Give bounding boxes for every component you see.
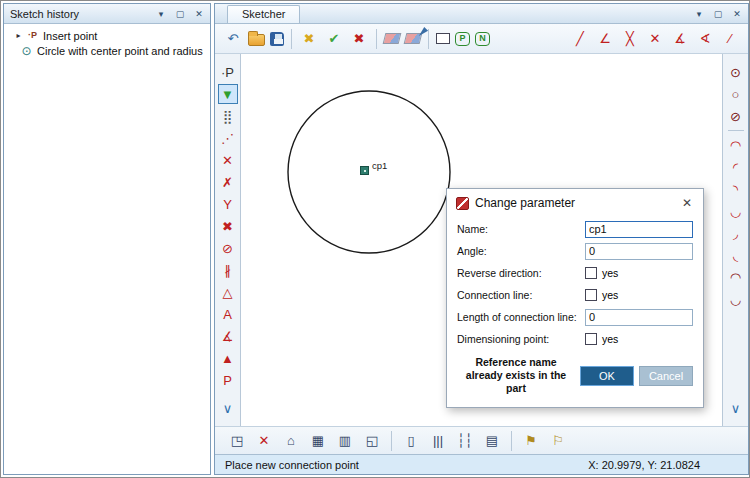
zoom-delete-icon[interactable]: ✕ — [254, 431, 274, 451]
arc-corner2-icon[interactable]: ◟ — [726, 245, 746, 265]
zoom-window-icon[interactable]: ◳ — [227, 431, 247, 451]
open-file-icon[interactable] — [248, 34, 265, 46]
dimensioning-point-row: Dimensioning point: yes — [447, 328, 703, 350]
name-input[interactable] — [585, 221, 693, 238]
line-free-tool-icon[interactable]: ∕ — [720, 29, 740, 49]
status-bar: Place new connection point X: 20.9979, Y… — [215, 454, 748, 474]
cross-marks-icon[interactable]: ✗ — [218, 172, 238, 192]
tree-item-label: Circle with center point and radius — [37, 45, 203, 57]
dialog-titlebar: Change parameter ✕ — [447, 189, 703, 216]
connection-line-checkbox[interactable] — [585, 289, 597, 301]
sketcher-window: Sketcher ▾ ▢ ✕ ↶✖✔✖PN╱∠╳✕∡∢∕ ·P▼⣿⋰✕✗Y✖⊘∦… — [214, 3, 749, 475]
line-angle-tool-icon[interactable]: ∠ — [595, 29, 615, 49]
connection-length-input[interactable] — [585, 309, 693, 326]
reverse-direction-checkbox[interactable] — [585, 267, 597, 279]
angle-input[interactable] — [585, 243, 693, 260]
connection-point-marker[interactable] — [360, 166, 369, 175]
separator — [291, 29, 292, 49]
drawing-canvas[interactable]: cp1 Change parameter ✕ Name: — [241, 54, 722, 426]
angle-arc-tool-icon[interactable]: ∡ — [670, 29, 690, 49]
line-intersect-tool-icon[interactable]: ✕ — [645, 29, 665, 49]
cancel-button[interactable]: Cancel — [639, 366, 693, 386]
left-toolbar: ·P▼⣿⋰✕✗Y✖⊘∦△A∡▲P∨ — [215, 54, 241, 426]
angle-measure-tool-icon[interactable]: ∢ — [695, 29, 715, 49]
undo-icon[interactable]: ↶ — [223, 29, 243, 49]
eraser-icon[interactable] — [383, 33, 402, 44]
circle-icon[interactable]: ○ — [726, 84, 746, 104]
sketch-history-titlebar: Sketch history ▾ ▢ ✕ — [4, 4, 210, 24]
triangle-outline-icon[interactable]: △ — [218, 282, 238, 302]
arc-corner-icon[interactable]: ◞ — [726, 223, 746, 243]
bottom-toolbar: ◳✕⌂▦▥◱▯|||┆┆▤⚑⚐ — [215, 426, 748, 454]
accept-icon[interactable]: ✔ — [324, 29, 344, 49]
printer-icon[interactable]: ▤ — [482, 431, 502, 451]
callout-icon[interactable]: ⚑ — [521, 431, 541, 451]
arc-small-icon[interactable]: ◠ — [726, 267, 746, 287]
save-icon[interactable] — [270, 32, 284, 46]
point-row-icon[interactable]: ⋰ — [218, 128, 238, 148]
tree-item-insert-point[interactable]: ▸ ·P Insert point — [6, 28, 208, 43]
arc-quadrant2-icon[interactable]: ◝ — [726, 179, 746, 199]
eraser-pen-icon[interactable] — [404, 33, 423, 44]
more-tools-icon[interactable]: ∨ — [218, 398, 238, 418]
dashed-bars-icon[interactable]: ┆┆ — [455, 431, 475, 451]
arc-quadrant-icon[interactable]: ◜ — [726, 157, 746, 177]
connection-line-option: yes — [602, 289, 618, 301]
rollup-icon[interactable]: ▾ — [692, 7, 706, 21]
maximize-icon[interactable]: ▢ — [711, 7, 725, 21]
zoom-extent-icon[interactable]: ◱ — [362, 431, 382, 451]
hatch-line-icon[interactable]: ∦ — [218, 260, 238, 280]
point-ref-icon[interactable]: P — [218, 370, 238, 390]
fork-point-icon[interactable]: Y — [218, 194, 238, 214]
separator — [376, 29, 377, 49]
close-icon[interactable]: ✕ — [730, 7, 744, 21]
point-grid-icon[interactable]: ⣿ — [218, 106, 238, 126]
window-buttons: ▾ ▢ ✕ — [692, 7, 744, 21]
ok-button[interactable]: OK — [580, 366, 634, 386]
circle-tangent-icon[interactable]: ⊘ — [726, 106, 746, 126]
discard-changes-icon[interactable]: ✖ — [299, 29, 319, 49]
grid-view-icon[interactable]: ▦ — [308, 431, 328, 451]
grid-flag-icon[interactable]: ▥ — [335, 431, 355, 451]
hexagon-n-tool-icon[interactable]: N — [475, 32, 490, 46]
bars-icon[interactable]: ||| — [428, 431, 448, 451]
arc-lower-icon[interactable]: ◡ — [726, 201, 746, 221]
rollup-icon[interactable]: ▾ — [154, 7, 168, 21]
expander-icon[interactable]: ▸ — [12, 31, 25, 40]
arc-half-icon[interactable]: ◡ — [726, 289, 746, 309]
sketcher-tab[interactable]: Sketcher — [227, 5, 300, 23]
connection-point-label: cp1 — [372, 160, 387, 171]
close-icon[interactable]: ✕ — [192, 7, 206, 21]
text-angle-icon[interactable]: ∡ — [218, 326, 238, 346]
text-underline-icon[interactable]: A — [218, 304, 238, 324]
arc-icon[interactable]: ◠ — [726, 135, 746, 155]
callout2-icon[interactable]: ⚐ — [548, 431, 568, 451]
change-parameter-dialog: Change parameter ✕ Name: Angle: — [446, 188, 704, 408]
page-icon[interactable]: ▯ — [401, 431, 421, 451]
rectangle-tool-icon[interactable] — [436, 33, 450, 44]
angle-row: Angle: — [447, 240, 703, 262]
line-tool-icon[interactable]: ╱ — [570, 29, 590, 49]
maximize-icon[interactable]: ▢ — [173, 7, 187, 21]
parameter-icon — [456, 197, 469, 210]
cross-lines-icon[interactable]: ✖ — [218, 216, 238, 236]
line-circle-icon[interactable]: ⊘ — [218, 238, 238, 258]
line-cross-tool-icon[interactable]: ╳ — [620, 29, 640, 49]
tree-item-circle[interactable]: ⊙ Circle with center point and radius — [6, 43, 208, 58]
dimensioning-point-checkbox[interactable] — [585, 333, 597, 345]
circle-center-radius-icon[interactable]: ⊙ — [726, 62, 746, 82]
name-row: Name: — [447, 218, 703, 240]
insert-point-icon[interactable]: ▼ — [218, 84, 238, 104]
sketch-history-title: Sketch history — [10, 8, 79, 20]
named-point-icon[interactable]: ·P — [218, 62, 238, 82]
more-arcs-icon[interactable]: ∨ — [726, 398, 746, 418]
hexagon-p-tool-icon[interactable]: P — [455, 32, 470, 46]
circle-entity[interactable] — [288, 91, 450, 253]
connection-length-label: Length of connection line: — [457, 311, 585, 323]
close-icon[interactable]: ✕ — [680, 196, 694, 210]
triangle-filled-icon[interactable]: ▲ — [218, 348, 238, 368]
cancel-icon[interactable]: ✖ — [349, 29, 369, 49]
point-cross-icon[interactable]: ✕ — [218, 150, 238, 170]
circle-item-icon: ⊙ — [19, 45, 34, 57]
pan-icon[interactable]: ⌂ — [281, 431, 301, 451]
